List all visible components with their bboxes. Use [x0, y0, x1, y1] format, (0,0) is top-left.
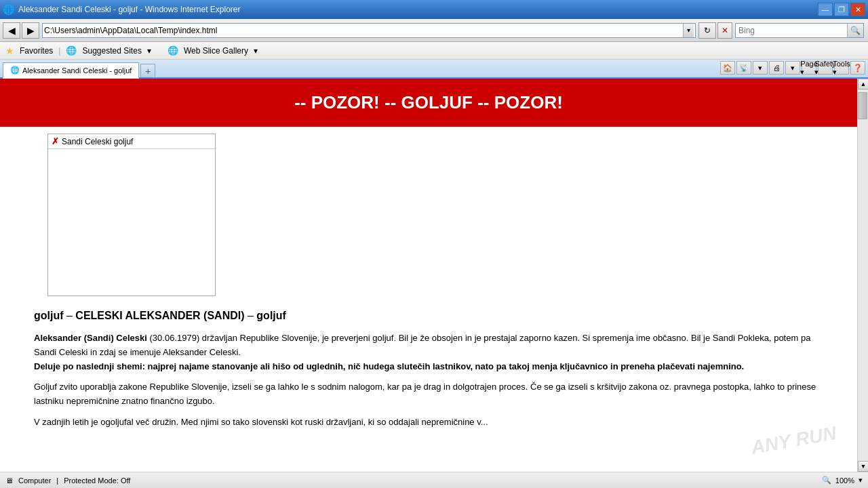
favorites-bar: ★ Favorites | 🌐 Suggested Sites ▾ 🌐 Web …	[0, 42, 868, 60]
scrollbar[interactable]: ▲ ▼	[857, 79, 868, 472]
web-slice-dropdown-icon[interactable]: ▾	[254, 46, 258, 56]
back-button[interactable]: ◀	[3, 22, 20, 39]
tab-bar-right: 🏠 📡 ▾ 🖨 ▾ Page ▾ Safety ▾ Tools ▾ ❓	[720, 61, 865, 75]
warning-banner: -- POZOR! -- GOLJUF -- POZOR!	[0, 79, 857, 127]
tab-print-button[interactable]: 🖨	[769, 61, 784, 75]
heading-bold-goljuf2: goljuf	[256, 310, 286, 321]
paragraph1: Aleksander (Sandi) Celeski (30.06.1979) …	[34, 331, 823, 373]
protected-mode-label: Protected Mode: Off	[64, 476, 130, 485]
address-bar: ▾	[42, 23, 696, 38]
tab-print-dropdown-button[interactable]: ▾	[785, 61, 800, 75]
safety-button[interactable]: Safety ▾	[818, 61, 833, 75]
tools-button[interactable]: Tools ▾	[834, 61, 849, 75]
scroll-up-button[interactable]: ▲	[858, 79, 868, 89]
tab-dropdown-button[interactable]: ▾	[753, 61, 768, 75]
image-box: ✗ Sandi Celeski goljuf	[47, 134, 216, 296]
window-title: Aleksander Sandi Celeski - goljuf - Wind…	[18, 5, 240, 14]
page-content: -- POZOR! -- GOLJUF -- POZOR! ✗ Sandi Ce…	[0, 79, 857, 472]
search-icon: 🔍	[850, 26, 861, 35]
web-slice-icon: 🌐	[167, 45, 178, 56]
protected-mode-separator: |	[56, 476, 58, 485]
fav-separator: |	[58, 46, 60, 56]
forward-button[interactable]: ▶	[22, 22, 39, 39]
paragraph1-bold: Deluje po naslednji shemi: najprej najam…	[34, 361, 744, 371]
suggested-sites-button[interactable]: Suggested Sites	[82, 46, 141, 56]
address-dropdown-icon[interactable]: ▾	[683, 24, 694, 37]
suggested-sites-icon: 🌐	[66, 45, 77, 56]
heading-dash1: –	[66, 310, 75, 321]
search-button[interactable]: 🔍	[847, 24, 863, 37]
computer-label: Computer	[18, 476, 51, 485]
address-input[interactable]	[44, 26, 683, 35]
active-tab[interactable]: 🌐 Aleksander Sandi Celeski - goljuf	[3, 62, 139, 79]
status-bar: 🖥 Computer | Protected Mode: Off 🔍 100% …	[0, 472, 868, 488]
image-placeholder-label: Sandi Celeski goljuf	[62, 137, 133, 146]
tab-rss-button[interactable]: 📡	[736, 61, 751, 75]
web-slice-gallery-button[interactable]: Web Slice Gallery	[184, 46, 248, 56]
person-name: Aleksander (Sandi) Celeski	[34, 333, 147, 343]
refresh-button[interactable]: ↻	[698, 22, 716, 39]
tab-bar: 🌐 Aleksander Sandi Celeski - goljuf + 🏠 …	[0, 60, 868, 79]
person-date: (30.06.1979)	[147, 333, 202, 343]
stop-button[interactable]: ✕	[717, 22, 732, 39]
main-heading: goljuf – CELESKI ALEKSANDER (SANDI) – go…	[34, 310, 823, 322]
status-bar-right: 🔍 100% ▾	[822, 476, 863, 485]
restore-button[interactable]: ❐	[834, 3, 849, 16]
scroll-down-button[interactable]: ▼	[858, 461, 868, 472]
ie-logo-icon: 🌐	[3, 4, 14, 15]
favorites-button[interactable]: Favorites	[20, 46, 53, 56]
computer-icon: 🖥	[5, 476, 13, 485]
nav-bar: ◀ ▶ ▾ ↻ ✕ 🔍	[0, 19, 868, 42]
suggested-sites-dropdown-icon[interactable]: ▾	[147, 46, 151, 56]
paragraph2: Goljuf zvito uporablja zakone Republike …	[34, 380, 823, 409]
image-error-icon: ✗	[52, 136, 59, 146]
zoom-level: 100%	[835, 476, 854, 485]
paragraph3: V zadnjih letih je ogoljufal več družin.…	[34, 415, 823, 430]
new-tab-button[interactable]: +	[140, 64, 155, 77]
scroll-thumb[interactable]	[858, 92, 867, 119]
title-bar-left: 🌐 Aleksander Sandi Celeski - goljuf - Wi…	[3, 4, 240, 15]
browser-content: -- POZOR! -- GOLJUF -- POZOR! ✗ Sandi Ce…	[0, 79, 868, 472]
help-button[interactable]: ❓	[850, 61, 865, 75]
heading-bold-name: CELESKI ALEKSANDER (SANDI)	[75, 310, 244, 321]
zoom-dropdown-icon[interactable]: ▾	[859, 476, 863, 485]
scroll-track[interactable]	[858, 89, 868, 461]
tab-home-button[interactable]: 🏠	[720, 61, 735, 75]
favorites-star-icon: ★	[5, 45, 14, 56]
search-input[interactable]	[736, 26, 847, 35]
close-button[interactable]: ✕	[850, 3, 865, 16]
heading-bold-goljuf1: goljuf	[34, 310, 64, 321]
zoom-icon: 🔍	[822, 476, 831, 485]
image-box-header: ✗ Sandi Celeski goljuf	[48, 134, 215, 149]
tab-label: Aleksander Sandi Celeski - goljuf	[22, 66, 132, 75]
search-bar: 🔍	[735, 23, 864, 38]
heading-dash2: –	[248, 310, 256, 321]
title-bar-buttons: — ❐ ✕	[818, 3, 865, 16]
tab-ie-icon: 🌐	[10, 66, 20, 75]
title-bar: 🌐 Aleksander Sandi Celeski - goljuf - Wi…	[0, 0, 868, 19]
minimize-button[interactable]: —	[818, 3, 833, 16]
image-box-body	[48, 149, 215, 296]
content-area: goljuf – CELESKI ALEKSANDER (SANDI) – go…	[0, 303, 857, 443]
